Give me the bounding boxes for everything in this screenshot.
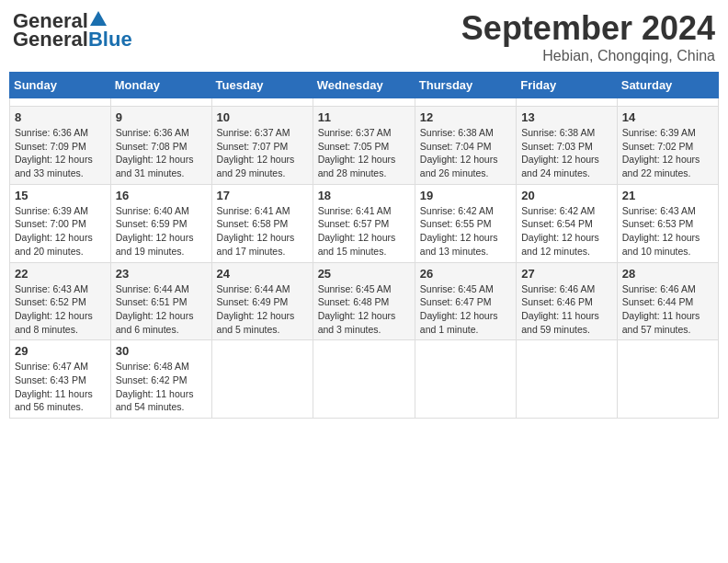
calendar-day-cell: 22Sunrise: 6:43 AMSunset: 6:52 PMDayligh… bbox=[10, 262, 111, 340]
weekday-header: Monday bbox=[110, 73, 211, 98]
calendar-week-row: 15Sunrise: 6:39 AMSunset: 7:00 PMDayligh… bbox=[10, 184, 719, 262]
calendar-day-cell: 11Sunrise: 6:37 AMSunset: 7:05 PMDayligh… bbox=[313, 107, 415, 185]
day-number: 26 bbox=[420, 267, 511, 281]
day-info: Sunrise: 6:38 AMSunset: 7:04 PMDaylight:… bbox=[420, 126, 511, 180]
weekday-header: Friday bbox=[517, 73, 618, 98]
day-info: Sunrise: 6:36 AMSunset: 7:08 PMDaylight:… bbox=[116, 126, 207, 180]
calendar-day-cell: 21Sunrise: 6:43 AMSunset: 6:53 PMDayligh… bbox=[617, 184, 718, 262]
day-info: Sunrise: 6:41 AMSunset: 6:58 PMDaylight:… bbox=[217, 204, 308, 259]
day-info: Sunrise: 6:39 AMSunset: 7:02 PMDaylight:… bbox=[622, 126, 713, 180]
day-info: Sunrise: 6:41 AMSunset: 6:57 PMDaylight:… bbox=[318, 204, 410, 259]
day-number: 24 bbox=[217, 267, 308, 281]
day-number: 27 bbox=[521, 267, 612, 281]
day-number: 23 bbox=[116, 267, 207, 281]
calendar-day-cell: 24Sunrise: 6:44 AMSunset: 6:49 PMDayligh… bbox=[211, 262, 313, 340]
day-info: Sunrise: 6:44 AMSunset: 6:51 PMDaylight:… bbox=[116, 282, 207, 337]
page-title: September 2024 bbox=[461, 9, 715, 48]
day-info: Sunrise: 6:47 AMSunset: 6:43 PMDaylight:… bbox=[15, 360, 106, 414]
calendar-day-cell: 20Sunrise: 6:42 AMSunset: 6:54 PMDayligh… bbox=[517, 184, 618, 262]
calendar-day-cell: 13Sunrise: 6:38 AMSunset: 7:03 PMDayligh… bbox=[517, 107, 618, 185]
calendar-week-row: 22Sunrise: 6:43 AMSunset: 6:52 PMDayligh… bbox=[10, 262, 719, 340]
day-number: 9 bbox=[116, 110, 207, 124]
day-number: 28 bbox=[622, 267, 713, 281]
calendar-day-cell: 19Sunrise: 6:42 AMSunset: 6:55 PMDayligh… bbox=[415, 184, 516, 262]
title-block: September 2024 Hebian, Chongqing, China bbox=[461, 9, 715, 64]
day-info: Sunrise: 6:43 AMSunset: 6:53 PMDaylight:… bbox=[622, 204, 713, 259]
calendar-day-cell: 29Sunrise: 6:47 AMSunset: 6:43 PMDayligh… bbox=[10, 340, 111, 419]
day-info: Sunrise: 6:43 AMSunset: 6:52 PMDaylight:… bbox=[15, 282, 106, 337]
calendar-day-cell: 16Sunrise: 6:40 AMSunset: 6:59 PMDayligh… bbox=[110, 184, 211, 262]
weekday-header: Saturday bbox=[617, 73, 718, 98]
calendar-day-cell: 10Sunrise: 6:37 AMSunset: 7:07 PMDayligh… bbox=[211, 107, 313, 185]
calendar-week-row: 29Sunrise: 6:47 AMSunset: 6:43 PMDayligh… bbox=[10, 340, 719, 419]
logo: General General Blue bbox=[13, 9, 132, 52]
empty-cell bbox=[415, 98, 516, 107]
calendar-day-cell: 18Sunrise: 6:41 AMSunset: 6:57 PMDayligh… bbox=[313, 184, 415, 262]
day-info: Sunrise: 6:37 AMSunset: 7:05 PMDaylight:… bbox=[318, 126, 410, 180]
calendar-day-cell: 15Sunrise: 6:39 AMSunset: 7:00 PMDayligh… bbox=[10, 184, 111, 262]
day-number: 14 bbox=[622, 110, 713, 124]
calendar-day-cell: 9Sunrise: 6:36 AMSunset: 7:08 PMDaylight… bbox=[110, 107, 211, 185]
calendar-day-cell: 17Sunrise: 6:41 AMSunset: 6:58 PMDayligh… bbox=[211, 184, 313, 262]
empty-cell bbox=[110, 98, 211, 107]
day-number: 18 bbox=[318, 189, 410, 202]
day-number: 12 bbox=[420, 110, 511, 124]
empty-cell bbox=[517, 340, 618, 419]
day-number: 20 bbox=[521, 189, 612, 202]
day-number: 29 bbox=[15, 344, 106, 358]
empty-cell bbox=[617, 340, 718, 419]
calendar-day-cell: 25Sunrise: 6:45 AMSunset: 6:48 PMDayligh… bbox=[313, 262, 415, 340]
empty-cell bbox=[10, 98, 111, 107]
day-info: Sunrise: 6:45 AMSunset: 6:48 PMDaylight:… bbox=[318, 282, 410, 337]
weekday-header: Sunday bbox=[10, 73, 111, 98]
day-info: Sunrise: 6:36 AMSunset: 7:09 PMDaylight:… bbox=[15, 126, 106, 180]
calendar-week-row bbox=[10, 98, 719, 107]
day-number: 17 bbox=[217, 189, 308, 202]
day-number: 15 bbox=[15, 189, 106, 202]
day-number: 10 bbox=[217, 110, 308, 124]
calendar-day-cell: 27Sunrise: 6:46 AMSunset: 6:46 PMDayligh… bbox=[517, 262, 618, 340]
logo-general-bottom: General bbox=[13, 28, 88, 52]
day-number: 8 bbox=[15, 110, 106, 124]
calendar-week-row: 8Sunrise: 6:36 AMSunset: 7:09 PMDaylight… bbox=[10, 107, 719, 185]
calendar-day-cell: 8Sunrise: 6:36 AMSunset: 7:09 PMDaylight… bbox=[10, 107, 111, 185]
calendar-day-cell: 12Sunrise: 6:38 AMSunset: 7:04 PMDayligh… bbox=[415, 107, 516, 185]
logo-icon bbox=[88, 9, 108, 29]
weekday-header: Wednesday bbox=[313, 73, 415, 98]
day-info: Sunrise: 6:42 AMSunset: 6:55 PMDaylight:… bbox=[420, 204, 511, 259]
day-info: Sunrise: 6:46 AMSunset: 6:44 PMDaylight:… bbox=[622, 282, 713, 337]
day-info: Sunrise: 6:44 AMSunset: 6:49 PMDaylight:… bbox=[217, 282, 308, 337]
calendar-table: SundayMondayTuesdayWednesdayThursdayFrid… bbox=[9, 72, 719, 419]
day-number: 25 bbox=[318, 267, 410, 281]
calendar-day-cell: 23Sunrise: 6:44 AMSunset: 6:51 PMDayligh… bbox=[110, 262, 211, 340]
day-number: 22 bbox=[15, 267, 106, 281]
empty-cell bbox=[211, 340, 313, 419]
svg-marker-0 bbox=[90, 11, 107, 26]
empty-cell bbox=[517, 98, 618, 107]
day-info: Sunrise: 6:45 AMSunset: 6:47 PMDaylight:… bbox=[420, 282, 511, 337]
day-info: Sunrise: 6:48 AMSunset: 6:42 PMDaylight:… bbox=[116, 360, 207, 414]
page-header: General General Blue September 2024 Hebi… bbox=[9, 9, 719, 64]
weekday-header-row: SundayMondayTuesdayWednesdayThursdayFrid… bbox=[10, 73, 719, 98]
calendar-day-cell: 14Sunrise: 6:39 AMSunset: 7:02 PMDayligh… bbox=[617, 107, 718, 185]
day-number: 19 bbox=[420, 189, 511, 202]
page-subtitle: Hebian, Chongqing, China bbox=[461, 48, 715, 64]
day-info: Sunrise: 6:39 AMSunset: 7:00 PMDaylight:… bbox=[15, 204, 106, 259]
weekday-header: Thursday bbox=[415, 73, 516, 98]
empty-cell bbox=[313, 340, 415, 419]
day-number: 13 bbox=[521, 110, 612, 124]
empty-cell bbox=[211, 98, 313, 107]
calendar-day-cell: 26Sunrise: 6:45 AMSunset: 6:47 PMDayligh… bbox=[415, 262, 516, 340]
empty-cell bbox=[617, 98, 718, 107]
calendar-day-cell: 28Sunrise: 6:46 AMSunset: 6:44 PMDayligh… bbox=[617, 262, 718, 340]
day-info: Sunrise: 6:38 AMSunset: 7:03 PMDaylight:… bbox=[521, 126, 612, 180]
day-number: 11 bbox=[318, 110, 410, 124]
day-number: 30 bbox=[116, 344, 207, 358]
day-info: Sunrise: 6:40 AMSunset: 6:59 PMDaylight:… bbox=[116, 204, 207, 259]
day-number: 21 bbox=[622, 189, 713, 202]
day-number: 16 bbox=[116, 189, 207, 202]
weekday-header: Tuesday bbox=[211, 73, 313, 98]
empty-cell bbox=[313, 98, 415, 107]
day-info: Sunrise: 6:42 AMSunset: 6:54 PMDaylight:… bbox=[521, 204, 612, 259]
day-info: Sunrise: 6:46 AMSunset: 6:46 PMDaylight:… bbox=[521, 282, 612, 337]
